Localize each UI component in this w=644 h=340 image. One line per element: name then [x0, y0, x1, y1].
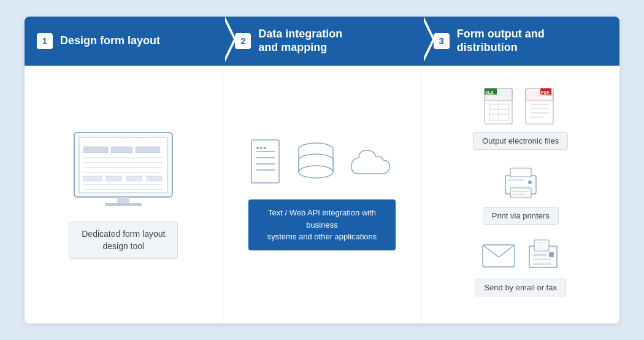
step2-number: 2 — [235, 33, 251, 49]
cloud-icon — [347, 144, 396, 181]
svg-rect-60 — [508, 179, 524, 181]
email-icon — [480, 240, 517, 271]
svg-point-25 — [264, 147, 266, 149]
step1-title: Design form layout — [60, 34, 160, 48]
svg-rect-13 — [147, 176, 162, 181]
step3-header: 3 Form output and distribution — [421, 17, 619, 65]
svg-rect-4 — [111, 147, 132, 153]
svg-rect-3 — [83, 147, 108, 153]
svg-rect-5 — [136, 147, 160, 153]
step3-grid: XLS — [434, 87, 607, 301]
xls-icon: XLS — [483, 87, 517, 127]
svg-rect-67 — [533, 254, 546, 256]
printer-icon — [500, 162, 540, 202]
svg-rect-1 — [79, 137, 167, 193]
database-icon — [294, 138, 337, 187]
svg-rect-16 — [117, 197, 129, 203]
step2-label: Text / Web API integration with business… — [248, 199, 396, 250]
monitor-illustration — [68, 129, 178, 209]
fax-icon — [524, 237, 561, 274]
step2-header: 2 Data integration and mapping — [223, 17, 421, 65]
svg-text:XLS: XLS — [485, 90, 494, 95]
svg-rect-11 — [106, 176, 121, 181]
svg-point-23 — [256, 147, 259, 149]
content-row: Dedicated form layoutdesign tool — [25, 66, 619, 323]
step2-content: Text / Web API integration with business… — [223, 66, 422, 323]
svg-rect-69 — [533, 258, 551, 260]
step3-content: XLS — [421, 66, 619, 323]
print-label: Print via printers — [483, 207, 559, 225]
svg-rect-55 — [510, 168, 531, 177]
svg-rect-17 — [105, 203, 142, 206]
main-container: 1 Design form layout 2 Data integration … — [25, 17, 619, 323]
pdf-icon: PDF — [524, 87, 558, 127]
svg-point-34 — [299, 166, 333, 178]
step1-header: 1 Design form layout — [25, 17, 223, 65]
svg-rect-68 — [549, 252, 554, 257]
step3-title: Form output and distribution — [457, 28, 545, 54]
svg-rect-12 — [126, 176, 142, 181]
step1-content: Dedicated form layoutdesign tool — [25, 66, 223, 323]
svg-rect-56 — [510, 188, 531, 198]
svg-rect-10 — [83, 176, 102, 181]
step3-number: 3 — [434, 33, 450, 49]
email-fax-label: Send by email or fax — [475, 279, 566, 296]
step2-title: Data integration and mapping — [258, 28, 342, 54]
step1-number: 1 — [37, 33, 53, 49]
step1-label: Dedicated form layoutdesign tool — [69, 222, 178, 259]
svg-rect-18 — [251, 140, 279, 183]
document-icon — [248, 138, 285, 187]
header-row: 1 Design form layout 2 Data integration … — [25, 17, 619, 65]
output-files-label: Output electronic files — [473, 132, 568, 150]
svg-point-59 — [528, 180, 532, 184]
svg-text:PDF: PDF — [541, 90, 550, 95]
svg-point-24 — [260, 147, 263, 149]
svg-rect-70 — [533, 263, 551, 265]
step2-icons — [248, 138, 396, 187]
